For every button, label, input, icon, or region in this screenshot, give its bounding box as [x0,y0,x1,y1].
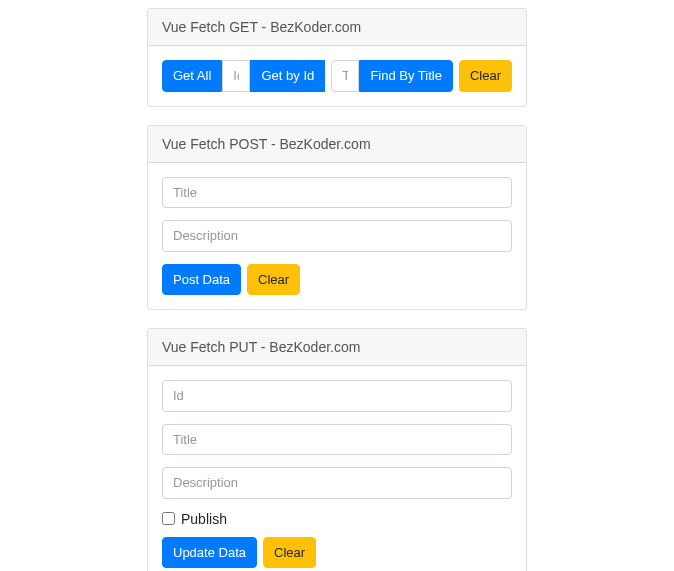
put-card-body: Publish Update Data Clear [148,366,526,571]
post-title-input[interactable] [162,177,512,209]
get-clear-button[interactable]: Clear [459,60,512,92]
get-by-id-button[interactable]: Get by Id [250,60,325,92]
post-card-header: Vue Fetch POST - BezKoder.com [148,126,526,163]
put-title-input[interactable] [162,424,512,456]
get-card-header: Vue Fetch GET - BezKoder.com [148,9,526,46]
publish-checkbox[interactable] [162,512,175,525]
post-description-input[interactable] [162,220,512,252]
get-id-input[interactable] [222,60,250,92]
put-card-header: Vue Fetch PUT - BezKoder.com [148,329,526,366]
get-card: Vue Fetch GET - BezKoder.com Get All Get… [147,8,527,107]
put-clear-button[interactable]: Clear [263,537,316,569]
post-card: Vue Fetch POST - BezKoder.com Post Data … [147,125,527,311]
post-data-button[interactable]: Post Data [162,264,241,296]
put-card: Vue Fetch PUT - BezKoder.com Publish Upd… [147,328,527,571]
update-data-button[interactable]: Update Data [162,537,257,569]
post-clear-button[interactable]: Clear [247,264,300,296]
put-id-input[interactable] [162,380,512,412]
get-card-body: Get All Get by Id Find By Title Clear [148,46,526,106]
put-description-input[interactable] [162,467,512,499]
post-card-body: Post Data Clear [148,163,526,310]
get-all-button[interactable]: Get All [162,60,222,92]
find-by-title-button[interactable]: Find By Title [359,60,453,92]
get-title-input[interactable] [331,60,359,92]
publish-label: Publish [181,511,227,527]
